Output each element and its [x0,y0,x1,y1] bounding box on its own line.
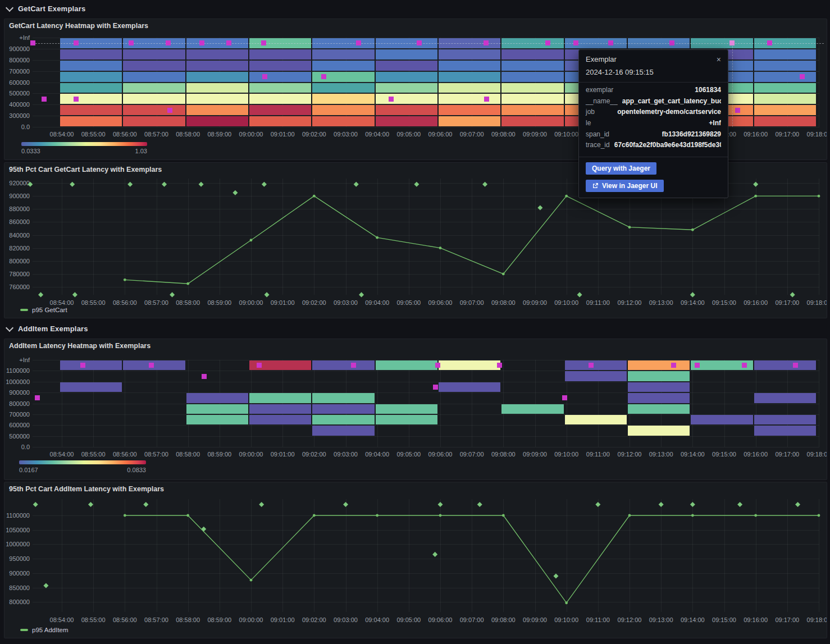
heatmap-exemplar-marker[interactable] [562,395,567,400]
y-axis-bucket-label: 500000 [4,89,30,97]
exemplar-diamond-marker[interactable] [201,527,206,532]
heatmap-exemplar-marker[interactable] [767,40,772,45]
panel-title[interactable]: 95th Pct Cart AddItem Latency with Exemp… [9,485,164,493]
heatmap-exemplar-marker[interactable] [261,40,266,45]
heatmap-exemplar-marker[interactable] [573,40,578,45]
x-axis-tick-label: 09:10:00 [551,130,582,138]
exemplar-diamond-marker[interactable] [343,502,348,507]
heatmap-exemplar-marker[interactable] [671,363,676,368]
exemplar-diamond-marker[interactable] [359,292,364,297]
heatmap-cell [376,94,437,104]
heatmap-exemplar-marker[interactable] [80,363,85,368]
exemplar-diamond-marker[interactable] [170,292,175,297]
exemplar-diamond-marker[interactable] [659,502,664,507]
heatmap-exemplar-marker[interactable] [735,108,740,113]
close-icon[interactable]: × [715,55,722,64]
heatmap-exemplar-marker[interactable] [545,40,550,45]
heatmap-exemplar-marker[interactable] [389,97,394,102]
heatmap-exemplar-marker[interactable] [669,40,674,45]
heatmap-exemplar-marker[interactable] [257,363,262,368]
heatmap-exemplar-marker[interactable] [433,385,438,390]
heatmap-exemplar-marker[interactable] [695,363,700,368]
legend-item-p95-additem[interactable]: p95 AddItem [20,627,69,633]
exemplar-diamond-marker[interactable] [432,552,437,557]
exemplar-diamond-marker[interactable] [595,502,600,507]
exemplar-diamond-marker[interactable] [737,502,742,507]
exemplar-diamond-marker[interactable] [437,502,443,507]
gridline-vertical [630,499,630,612]
exemplar-diamond-marker[interactable] [795,502,800,507]
x-axis-tick-label: 09:05:00 [393,450,425,458]
heatmap-exemplar-marker[interactable] [166,40,171,45]
heatmap-exemplar-marker[interactable] [199,40,204,45]
heatmap-exemplar-marker[interactable] [167,108,172,113]
x-axis-tick-label: 08:56:00 [109,450,140,458]
tooltip-title: Exemplar [586,55,617,63]
heatmap-cell [249,49,311,60]
exemplar-diamond-marker[interactable] [553,573,558,578]
exemplar-diamond-marker[interactable] [232,190,238,195]
heatmap-exemplar-marker[interactable] [800,74,805,79]
heatmap-exemplar-marker[interactable] [497,363,502,368]
heatmap-exemplar-marker[interactable] [226,40,231,45]
x-axis-tick-label: 09:14:00 [677,450,708,458]
x-axis-tick-label: 09:09:00 [519,616,551,624]
exemplar-diamond-marker[interactable] [143,502,148,507]
y-axis-bucket-label: 900000 [4,389,30,396]
exemplar-diamond-marker[interactable] [690,502,695,507]
heatmap-exemplar-marker[interactable] [435,363,440,368]
exemplar-diamond-marker[interactable] [38,292,43,297]
y-axis-bucket-label: +Inf [4,34,30,42]
query-with-jaeger-button[interactable]: Query with Jaeger [586,162,656,175]
heatmap-exemplar-marker[interactable] [356,40,361,45]
exemplar-diamond-marker[interactable] [259,502,264,507]
heatmap-exemplar-marker[interactable] [42,97,47,102]
heatmap-exemplar-marker[interactable] [35,395,40,400]
exemplar-diamond-marker[interactable] [33,502,38,507]
heatmap-exemplar-marker[interactable] [129,40,134,45]
heatmap-exemplar-marker[interactable] [74,97,79,102]
heatmap-exemplar-marker[interactable] [484,40,489,45]
x-axis-tick-label: 09:02:00 [298,450,330,458]
y-axis-tick-label: 780000 [4,270,30,278]
exemplar-diamond-marker[interactable] [790,292,795,297]
view-in-jaeger-ui-button[interactable]: View in Jaeger UI [586,180,664,192]
additem-p95-plot[interactable]: 1100000105000010000009500009000008500008… [4,482,827,638]
heatmap-exemplar-marker[interactable] [729,40,735,45]
exemplar-diamond-marker[interactable] [72,292,77,297]
exemplar-diamond-marker[interactable] [477,502,482,507]
heatmap-cell [186,94,248,104]
exemplar-diamond-marker[interactable] [88,502,93,507]
heatmap-cell [186,116,248,126]
heatmap-exemplar-marker[interactable] [793,363,798,368]
heatmap-exemplar-marker[interactable] [262,74,267,79]
y-axis-tick-label: 920000 [4,179,30,187]
heatmap-exemplar-marker[interactable] [321,74,326,79]
heatmap-exemplar-marker[interactable] [30,40,35,45]
x-axis-tick-label: 08:58:00 [172,130,204,138]
heatmap-exemplar-marker[interactable] [351,363,356,368]
heatmap-exemplar-marker[interactable] [742,363,747,368]
x-axis-tick-label: 08:59:00 [204,130,235,138]
additem-heatmap-plot[interactable]: 0.05000006000007000008000009000001000000… [4,339,827,479]
panel-title[interactable]: GetCart Latency Heatmap with Exemplars [9,22,148,30]
x-axis-tick-label: 09:09:00 [519,450,551,458]
heatmap-exemplar-marker[interactable] [417,40,422,45]
heatmap-exemplar-marker[interactable] [484,97,489,102]
exemplar-diamond-marker[interactable] [690,292,695,297]
heatmap-exemplar-marker[interactable] [202,374,207,379]
panel-title[interactable]: 95th Pct Cart GetCart Latency with Exemp… [9,166,162,173]
row-header-getcart[interactable]: GetCart Exemplars [0,0,830,17]
color-scale-gradient [21,142,147,146]
y-axis-bucket-label: 0.0 [4,443,30,451]
heatmap-exemplar-marker[interactable] [74,40,79,45]
row-header-additem[interactable]: AddItem Exemplars [0,320,830,337]
heatmap-exemplar-marker[interactable] [608,40,613,45]
y-axis-tick-label: 860000 [4,218,30,226]
heatmap-exemplar-marker[interactable] [149,363,154,368]
exemplar-diamond-marker[interactable] [577,292,582,297]
exemplar-diamond-marker[interactable] [264,292,270,297]
legend-item-p95-getcart[interactable]: p95 GetCart [20,307,67,313]
panel-title[interactable]: AddItem Latency Heatmap with Exemplars [9,342,151,350]
heatmap-exemplar-marker[interactable] [589,363,594,368]
